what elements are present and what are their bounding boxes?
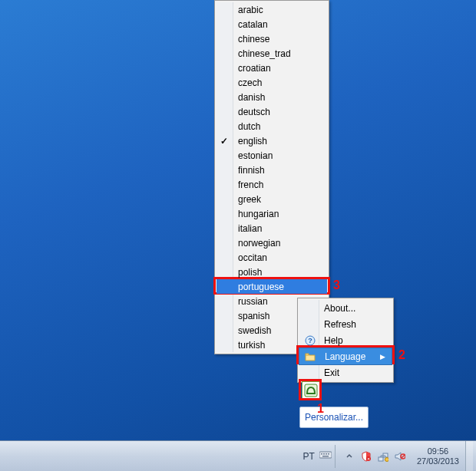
svg-rect-4: [306, 393, 316, 394]
system-tray: PT ✕ 09:56 27/03/2: [299, 441, 476, 471]
language-item-label: chinese_trad: [238, 48, 291, 59]
annotation-number-2: 2: [398, 348, 405, 362]
language-item-label: italian: [238, 223, 262, 234]
tray-icons: ✕: [339, 450, 411, 463]
language-item-portuguese[interactable]: portuguese: [217, 279, 327, 294]
language-item-label: english: [238, 136, 267, 147]
language-item-label: danish: [238, 92, 265, 103]
check-icon: ✓: [220, 136, 228, 147]
language-item-label: arabic: [238, 5, 263, 15]
language-item-label: occitan: [238, 252, 267, 263]
show-desktop-button[interactable]: [465, 441, 473, 472]
menu-item-about[interactable]: About...: [299, 300, 392, 316]
menu-item-label: Refresh: [324, 319, 356, 330]
language-item-polish[interactable]: polish: [217, 265, 327, 279]
annotation-number-3: 3: [333, 278, 340, 292]
help-icon: ?: [304, 334, 316, 347]
svg-rect-7: [323, 453, 325, 455]
language-item-greek[interactable]: greek: [217, 192, 327, 206]
app-tray-icon[interactable]: [302, 381, 320, 400]
language-item-deutsch[interactable]: deutsch: [217, 104, 327, 119]
security-shield-icon[interactable]: ✕: [360, 450, 372, 463]
menu-item-refresh[interactable]: Refresh: [299, 316, 392, 332]
tray-context-menu: About... Refresh ? Help Language ▶ Exit: [297, 298, 394, 383]
language-item-dutch[interactable]: dutch: [217, 119, 327, 133]
language-item-label: spanish: [238, 311, 269, 321]
svg-rect-13: [378, 457, 383, 461]
language-item-label: dutch: [238, 121, 260, 132]
menu-item-help[interactable]: ? Help: [299, 332, 392, 348]
tray-separator: [335, 445, 336, 468]
language-item-finnish[interactable]: finnish: [217, 163, 327, 177]
language-item-label: chinese: [238, 34, 269, 44]
language-item-italian[interactable]: italian: [217, 221, 327, 236]
menu-item-label: Exit: [324, 367, 339, 378]
keyboard-icon[interactable]: [319, 450, 332, 462]
language-item-norwegian[interactable]: norwegian: [217, 236, 327, 250]
language-item-label: french: [238, 180, 263, 190]
language-item-estonian[interactable]: estonian: [217, 148, 327, 163]
language-item-occitan[interactable]: occitan: [217, 250, 327, 265]
language-item-chinese_trad[interactable]: chinese_trad: [217, 46, 327, 61]
svg-point-15: [385, 457, 388, 461]
svg-rect-9: [328, 453, 329, 455]
language-item-danish[interactable]: danish: [217, 90, 327, 104]
folder-icon: [304, 351, 316, 363]
language-item-label: hungarian: [238, 209, 279, 219]
language-item-french[interactable]: french: [217, 177, 327, 192]
submenu-arrow-icon: ▶: [380, 353, 385, 361]
language-item-label: catalan: [238, 19, 268, 30]
menu-item-label: Language: [325, 351, 365, 362]
language-item-catalan[interactable]: catalan: [217, 17, 327, 31]
personalize-label: Personalizar...: [305, 412, 363, 423]
language-item-label: polish: [238, 267, 262, 278]
language-item-english[interactable]: ✓english: [217, 133, 327, 148]
clock-date: 27/03/2013: [417, 456, 459, 466]
svg-text:✕: ✕: [367, 456, 370, 461]
language-item-label: swedish: [238, 325, 271, 336]
language-item-label: finnish: [238, 165, 265, 176]
language-item-czech[interactable]: czech: [217, 75, 327, 90]
volume-muted-icon[interactable]: [394, 450, 406, 463]
svg-rect-6: [321, 453, 322, 455]
network-icon[interactable]: [377, 450, 389, 463]
clock-time: 09:56: [417, 446, 459, 456]
language-item-label: estonian: [238, 150, 273, 161]
language-item-label: portuguese: [238, 282, 284, 292]
language-item-label: russian: [238, 296, 268, 307]
language-indicator[interactable]: PT: [299, 450, 319, 463]
desktop: arabiccatalanchinesechinese_tradcroatian…: [0, 0, 476, 471]
language-item-label: turkish: [238, 340, 265, 351]
personalize-link[interactable]: Personalizar...: [299, 407, 369, 428]
language-item-label: greek: [238, 194, 261, 205]
svg-rect-5: [319, 452, 332, 458]
menu-item-label: About...: [324, 303, 355, 314]
taskbar: PT ✕ 09:56 27/03/2: [0, 440, 476, 471]
tray-chevron-icon[interactable]: [343, 450, 355, 463]
language-item-arabic[interactable]: arabic: [217, 2, 327, 17]
svg-rect-8: [326, 453, 327, 455]
language-item-label: czech: [238, 77, 262, 88]
language-item-croatian[interactable]: croatian: [217, 61, 327, 75]
svg-line-17: [402, 455, 405, 458]
svg-rect-10: [322, 456, 329, 457]
language-item-chinese[interactable]: chinese: [217, 31, 327, 46]
language-item-label: croatian: [238, 63, 271, 74]
menu-item-label: Help: [324, 335, 343, 346]
menu-item-exit[interactable]: Exit: [299, 364, 392, 380]
svg-text:?: ?: [308, 337, 312, 344]
menu-item-language[interactable]: Language ▶: [299, 347, 392, 365]
language-item-hungarian[interactable]: hungarian: [217, 206, 327, 221]
language-item-label: deutsch: [238, 107, 270, 117]
language-item-label: norwegian: [238, 238, 280, 249]
svg-rect-2: [306, 354, 309, 355]
taskbar-clock[interactable]: 09:56 27/03/2013: [411, 446, 465, 466]
